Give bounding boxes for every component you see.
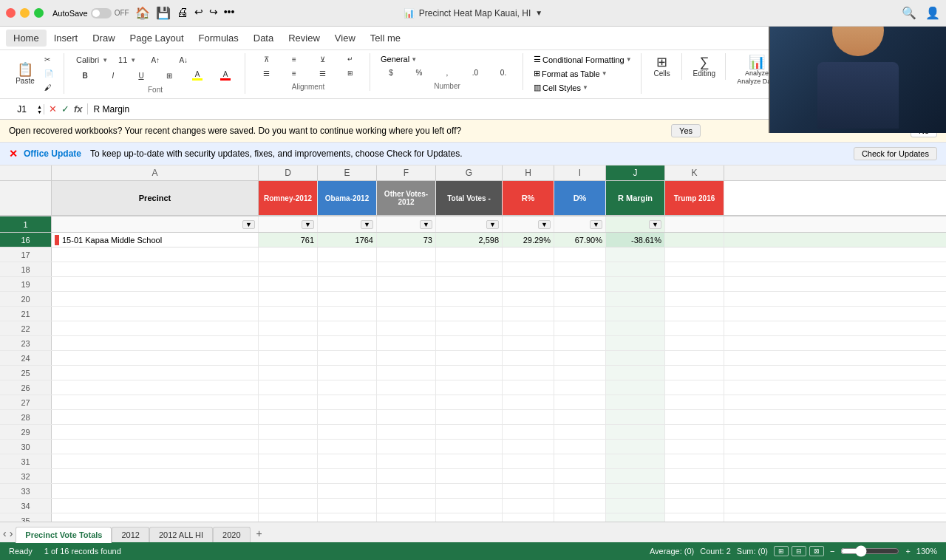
row-20-g[interactable] [436,292,503,306]
row-29-d[interactable] [259,425,318,439]
align-middle-button[interactable]: ≡ [281,53,307,66]
filter-dpct[interactable]: ▼ [554,216,606,232]
row-21-f[interactable] [377,307,436,321]
row-27-i[interactable] [554,395,606,409]
row-16-trump[interactable] [665,233,724,247]
row-22-d[interactable] [259,321,318,335]
row-19-h[interactable] [503,277,554,291]
row-28-a[interactable] [52,410,259,424]
row-29-j[interactable] [606,425,665,439]
decrease-font-button[interactable]: A↓ [170,54,197,66]
row-31-d[interactable] [259,454,318,468]
row-21-j[interactable] [606,307,665,321]
sheet-tab-2012[interactable]: 2012 [112,527,149,542]
row-23-e[interactable] [318,336,377,350]
confirm-formula-icon[interactable]: ✓ [61,103,69,115]
menu-view[interactable]: View [327,30,363,47]
row-17-e[interactable] [318,247,377,262]
font-family-dropdown[interactable]: Calibri ▼ [72,53,112,66]
menu-home[interactable]: Home [6,30,47,47]
editing-button[interactable]: ∑ Editing [690,53,720,80]
copy-button[interactable]: 📄 [40,67,58,80]
row-24-j[interactable] [606,351,665,365]
row-30-d[interactable] [259,440,318,454]
filter-romney-btn[interactable]: ▼ [302,220,314,229]
filter-rpct-btn[interactable]: ▼ [538,220,551,229]
row-32-h[interactable] [503,469,554,483]
row-30-k[interactable] [665,440,724,454]
filter-rmargin-btn[interactable]: ▼ [649,220,661,229]
filter-total[interactable]: ▼ [436,216,503,232]
align-bottom-button[interactable]: ⊻ [309,53,336,66]
row-20-h[interactable] [503,292,554,306]
print-icon[interactable]: 🖨 [177,6,188,20]
row-26-a[interactable] [52,380,259,395]
row-18-g[interactable] [436,262,503,276]
autosave-toggle-switch[interactable] [91,8,112,18]
row-21-a[interactable] [52,307,259,321]
row-19-g[interactable] [436,277,503,291]
row-23-f[interactable] [377,336,436,350]
filter-other-btn[interactable]: ▼ [420,220,432,229]
row-28-e[interactable] [318,410,377,424]
row-28-i[interactable] [554,410,606,424]
row-22-a[interactable] [52,321,259,335]
row-25-i[interactable] [554,366,606,380]
row-29-f[interactable] [377,425,436,439]
redo-icon[interactable]: ↪ [209,6,218,20]
align-center-button[interactable]: ≡ [281,67,307,80]
filter-rmargin[interactable]: ▼ [606,216,665,232]
row-31-g[interactable] [436,454,503,468]
row-26-k[interactable] [665,380,724,395]
row-17-h[interactable] [503,247,554,262]
row-32-i[interactable] [554,469,606,483]
row-29-h[interactable] [503,425,554,439]
row-33-h[interactable] [503,484,554,498]
row-28-f[interactable] [377,410,436,424]
align-left-button[interactable]: ☰ [253,67,279,80]
row-27-k[interactable] [665,395,724,409]
row-17-k[interactable] [665,247,724,262]
maximize-button[interactable] [34,8,44,18]
row-26-d[interactable] [259,380,318,395]
percent-button[interactable]: % [406,66,432,79]
row-20-d[interactable] [259,292,318,306]
row-27-e[interactable] [318,395,377,409]
row-26-i[interactable] [554,380,606,395]
home-icon[interactable]: 🏠 [135,6,150,20]
zoom-minus-icon[interactable]: − [830,547,834,556]
row-23-j[interactable] [606,336,665,350]
row-33-g[interactable] [436,484,503,498]
cell-styles-dropdown[interactable]: ▥ Cell Styles ▼ [531,81,635,94]
row-16-romney[interactable]: 761 [259,233,318,247]
filter-romney[interactable]: ▼ [259,216,318,232]
col-header-f[interactable]: F [377,165,436,180]
increase-font-button[interactable]: A↑ [142,54,169,66]
row-30-h[interactable] [503,440,554,454]
row-27-g[interactable] [436,395,503,409]
col-header-e[interactable]: E [318,165,377,180]
more-icon[interactable]: ••• [224,6,235,20]
row-21-k[interactable] [665,307,724,321]
filter-precinct[interactable]: ▼ [52,216,259,232]
row-34-j[interactable] [606,499,665,513]
row-24-g[interactable] [436,351,503,365]
row-34-g[interactable] [436,499,503,513]
currency-button[interactable]: $ [378,66,404,79]
row-28-h[interactable] [503,410,554,424]
menu-tell-me[interactable]: Tell me [363,30,408,47]
row-33-f[interactable] [377,484,436,498]
row-33-k[interactable] [665,484,724,498]
filter-precinct-btn[interactable]: ▼ [242,220,255,229]
row-17-a[interactable] [52,247,259,262]
add-sheet-button[interactable]: + [251,525,268,542]
row-21-i[interactable] [554,307,606,321]
row-18-i[interactable] [554,262,606,276]
row-21-h[interactable] [503,307,554,321]
row-29-e[interactable] [318,425,377,439]
row-33-i[interactable] [554,484,606,498]
row-31-a[interactable] [52,454,259,468]
row-26-g[interactable] [436,380,503,395]
number-format-dropdown[interactable]: General ▼ [378,53,517,65]
row-19-k[interactable] [665,277,724,291]
